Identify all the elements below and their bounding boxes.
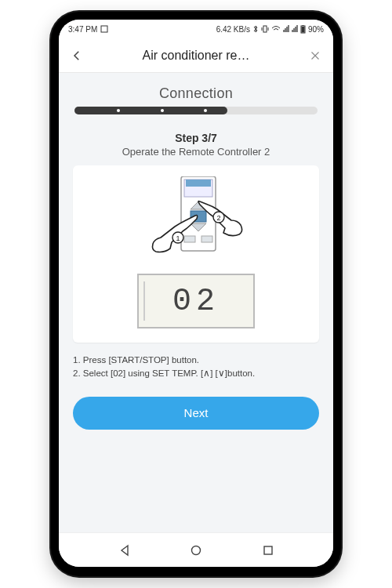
nav-recent-icon[interactable] [262,544,274,557]
svg-rect-14 [201,236,212,242]
android-nav-bar [59,532,333,567]
section-title: Connection [73,85,319,102]
phone-frame: 3:47 PM 6.42 KB/s 90% Air conditioner re… [51,12,341,576]
progress-bar [73,107,319,114]
svg-rect-5 [301,27,304,33]
close-button[interactable] [308,49,322,63]
bluetooth-icon [252,25,259,33]
instruction-text: 1. Press [START/STOP] button. 2. Select … [73,354,319,381]
app-bar: Air conditioner re… [59,38,333,73]
instruction-line: 1. Press [START/STOP] button. [73,354,319,367]
screen: 3:47 PM 6.42 KB/s 90% Air conditioner re… [59,20,333,567]
step-subtitle: Operate the Remote Controller 2 [73,146,319,158]
battery-icon [300,25,306,34]
instruction-line: 2. Select [02] using SET TEMP. [∧] [∨]bu… [73,367,319,380]
svg-point-19 [192,546,201,554]
nav-home-icon[interactable] [190,544,202,557]
status-time: 3:47 PM [68,25,97,34]
svg-rect-0 [101,26,107,32]
svg-rect-20 [264,546,272,554]
svg-text:2: 2 [216,214,220,222]
remote-controller-illustration: 1 2 [137,176,255,263]
svg-rect-13 [184,236,195,242]
status-bar: 3:47 PM 6.42 KB/s 90% [59,20,333,38]
status-net-rate: 6.42 KB/s [216,25,250,34]
next-button[interactable]: Next [73,397,319,430]
signal-icon-2 [292,25,298,33]
card-icon [100,25,108,33]
vibrate-icon [261,25,269,33]
instruction-card: 1 2 02 [73,165,319,343]
step-label: Step 3/7 [73,132,319,144]
status-battery: 90% [308,25,324,34]
back-button[interactable] [70,49,84,63]
nav-back-icon[interactable] [118,544,131,557]
wifi-icon [271,25,281,33]
page-title: Air conditioner re… [143,49,250,63]
content-area: Connection Step 3/7 Operate the Remote C… [59,73,333,532]
svg-rect-1 [263,26,267,32]
svg-text:1: 1 [176,234,180,242]
signal-icon [283,25,289,33]
svg-rect-9 [186,180,211,187]
lcd-value: 02 [172,284,220,319]
svg-rect-6 [302,25,303,26]
lcd-display: 02 [137,274,255,328]
